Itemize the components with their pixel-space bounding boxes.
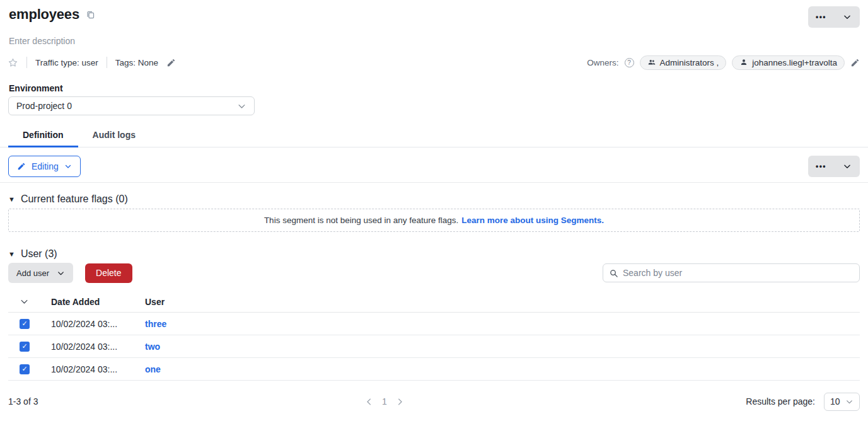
- owners-label: Owners:: [587, 58, 618, 67]
- actions-dropdown-button[interactable]: [834, 6, 860, 28]
- environment-label: Environment: [9, 83, 859, 93]
- group-icon: [647, 58, 656, 67]
- results-per-page-value: 10: [830, 396, 840, 407]
- pagination: 1: [364, 389, 405, 413]
- meta-row: Traffic type: user Tags: None Owners: ? …: [0, 55, 868, 69]
- row-date-added: 10/02/2024 03:...: [51, 342, 145, 352]
- row-user-link[interactable]: three: [145, 319, 166, 329]
- divider: [0, 182, 868, 183]
- more-actions-button[interactable]: •••: [808, 6, 834, 28]
- edit-tags-pencil-icon[interactable]: [166, 58, 176, 67]
- row-date-added: 10/02/2024 03:...: [51, 364, 145, 374]
- empty-feature-flags-box: This segment is not being used in any fe…: [8, 209, 860, 232]
- table-row: ✓ 10/02/2024 03:... two: [8, 335, 860, 358]
- user-search-box: [603, 263, 860, 282]
- user-section-header[interactable]: ▼ User (3): [0, 248, 868, 260]
- empty-message: This segment is not being used in any fe…: [264, 216, 458, 225]
- owner-chip-administrators[interactable]: Administrators ,: [640, 55, 727, 70]
- header-actions-group: •••: [808, 6, 860, 28]
- description-placeholder[interactable]: Enter description: [0, 36, 868, 46]
- add-user-label: Add user: [16, 268, 49, 278]
- row-checkbox-checked[interactable]: ✓: [20, 364, 30, 374]
- user-table: Date Added User ✓ 10/02/2024 03:... thre…: [8, 291, 860, 381]
- next-page-icon[interactable]: [395, 397, 405, 407]
- traffic-type-label: Traffic type: user: [35, 58, 98, 67]
- edit-owners-pencil-icon[interactable]: [850, 58, 860, 67]
- actions-dropdown-button[interactable]: [834, 156, 860, 177]
- table-row: ✓ 10/02/2024 03:... one: [8, 358, 860, 381]
- chevron-down-icon: [57, 269, 65, 277]
- add-user-button[interactable]: Add user: [8, 263, 73, 283]
- row-user-link[interactable]: two: [145, 342, 160, 352]
- chevron-down-icon: [843, 162, 852, 171]
- ellipsis-icon: •••: [816, 13, 826, 21]
- chevron-down-icon: [64, 163, 72, 170]
- results-range-label: 1-3 of 3: [8, 396, 38, 407]
- editing-button-label: Editing: [32, 161, 59, 171]
- user-controls-row: Add user Delete: [0, 263, 868, 283]
- copy-icon[interactable]: [86, 10, 95, 20]
- star-icon[interactable]: [8, 57, 18, 68]
- feature-flags-section-header[interactable]: ▼ Current feature flags (0): [0, 193, 868, 205]
- owner-chip-label: Administrators ,: [660, 58, 719, 67]
- environment-select[interactable]: Prod-project 0: [8, 96, 255, 115]
- row-checkbox-checked[interactable]: ✓: [20, 342, 30, 352]
- chevron-down-icon: [843, 13, 852, 21]
- owner-chip-label: johannes.liegl+travolta: [752, 58, 837, 67]
- tags-label: Tags: None: [115, 58, 158, 67]
- definition-actions-group: •••: [808, 156, 860, 177]
- search-icon: [609, 268, 618, 278]
- tab-bar: Definition Audit logs: [0, 124, 868, 147]
- person-icon: [739, 58, 748, 67]
- chevron-down-icon: [237, 101, 246, 111]
- results-per-page-label: Results per page:: [746, 396, 815, 407]
- tab-audit-logs[interactable]: Audit logs: [78, 124, 150, 147]
- column-header-user: User: [145, 297, 860, 307]
- more-actions-button[interactable]: •••: [808, 156, 834, 177]
- owner-chip-user[interactable]: johannes.liegl+travolta: [732, 55, 845, 70]
- table-row: ✓ 10/02/2024 03:... three: [8, 313, 860, 335]
- row-date-added: 10/02/2024 03:...: [51, 319, 145, 329]
- pencil-icon: [17, 162, 26, 171]
- collapse-triangle-icon: ▼: [8, 196, 15, 203]
- ellipsis-icon: •••: [816, 162, 826, 171]
- divider: [26, 57, 27, 68]
- search-input[interactable]: [623, 268, 854, 278]
- table-body: ✓ 10/02/2024 03:... three ✓ 10/02/2024 0…: [8, 313, 860, 381]
- divider: [107, 57, 107, 68]
- select-all-chevron-icon[interactable]: [20, 297, 29, 306]
- table-footer: 1-3 of 3 1 Results per page: 10: [0, 389, 868, 413]
- editing-row: Editing •••: [0, 156, 868, 177]
- chevron-down-icon: [845, 398, 854, 406]
- row-checkbox-checked[interactable]: ✓: [20, 319, 30, 329]
- delete-button[interactable]: Delete: [85, 263, 132, 283]
- results-per-page-select[interactable]: 10: [824, 393, 860, 411]
- editing-button[interactable]: Editing: [8, 156, 81, 177]
- segment-detail-page: employees ••• Enter description: [0, 0, 868, 421]
- page-title: employees: [9, 6, 79, 23]
- page-number[interactable]: 1: [382, 396, 387, 407]
- learn-more-link[interactable]: Learn more about using Segments.: [461, 216, 604, 225]
- title-row: employees •••: [0, 0, 868, 28]
- previous-page-icon[interactable]: [364, 397, 374, 407]
- tab-definition[interactable]: Definition: [8, 124, 78, 147]
- column-header-date-added: Date Added: [51, 297, 145, 307]
- table-header-row: Date Added User: [8, 291, 860, 313]
- help-icon[interactable]: ?: [625, 58, 634, 67]
- user-section-title: User (3): [21, 248, 57, 260]
- collapse-triangle-icon: ▼: [8, 251, 15, 258]
- row-user-link[interactable]: one: [145, 364, 161, 374]
- environment-selected-value: Prod-project 0: [16, 101, 72, 111]
- feature-flags-section-title: Current feature flags (0): [21, 193, 128, 205]
